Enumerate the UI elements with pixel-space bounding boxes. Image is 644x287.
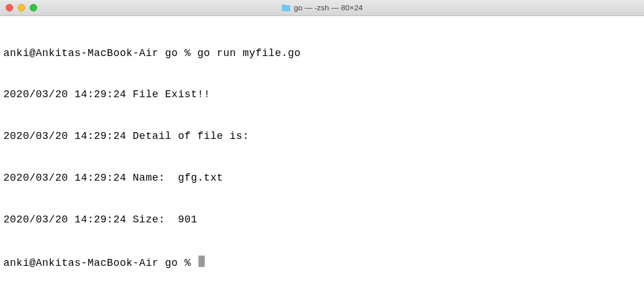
terminal-line: anki@Ankitas-MacBook-Air go % go run myf… [3, 46, 641, 60]
terminal-prompt-line: anki@Ankitas-MacBook-Air go % [3, 254, 641, 270]
folder-icon [281, 4, 291, 11]
cursor-icon [198, 256, 205, 267]
close-button[interactable] [6, 4, 13, 11]
terminal-line: 2020/03/20 14:29:24 File Exist!! [3, 87, 641, 101]
window-title-container: go — -zsh — 80×24 [0, 3, 644, 12]
terminal-line: 2020/03/20 14:29:24 Size: 901 [3, 213, 641, 226]
window-title: go — -zsh — 80×24 [294, 3, 363, 12]
traffic-lights [0, 4, 37, 11]
titlebar[interactable]: go — -zsh — 80×24 [0, 0, 644, 16]
terminal-prompt: anki@Ankitas-MacBook-Air go % [3, 256, 197, 270]
terminal-body[interactable]: anki@Ankitas-MacBook-Air go % go run myf… [0, 16, 644, 287]
terminal-line: 2020/03/20 14:29:24 Name: gfg.txt [3, 171, 641, 185]
minimize-button[interactable] [18, 4, 25, 11]
maximize-button[interactable] [30, 4, 37, 11]
terminal-line: 2020/03/20 14:29:24 Detail of file is: [3, 129, 641, 143]
terminal-window: go — -zsh — 80×24 anki@Ankitas-MacBook-A… [0, 0, 644, 287]
